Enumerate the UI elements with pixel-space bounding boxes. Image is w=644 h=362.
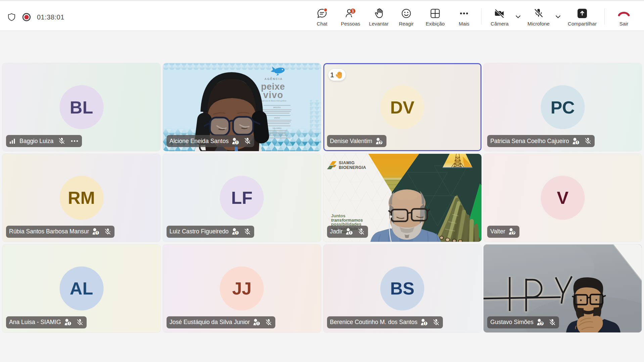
svg-text:!: ! [68, 322, 70, 326]
svg-text:!: ! [350, 231, 352, 235]
svg-text:MISSÃO: MISSÃO [273, 106, 281, 108]
svg-text:!: ! [577, 140, 578, 144]
svg-text:BIOENERGIA: BIOENERGIA [339, 165, 366, 170]
svg-text:1: 1 [352, 9, 354, 13]
svg-text:?: ? [512, 231, 514, 235]
svg-text:!: ! [97, 231, 98, 235]
svg-text:!: ! [236, 231, 237, 235]
svg-text:VALORES: VALORES [272, 127, 281, 129]
svg-text:vivo: vivo [263, 90, 283, 100]
svg-text:?: ? [379, 140, 381, 145]
svg-text:VISÃO: VISÃO [274, 117, 280, 119]
svg-text:!: ! [258, 322, 259, 326]
svg-text:!: ! [236, 140, 237, 144]
svg-text:!: ! [425, 322, 426, 326]
svg-text:Agência de Bacia Hidrográfica: Agência de Bacia Hidrográfica [261, 100, 286, 102]
svg-text:SIAMIG: SIAMIG [339, 161, 355, 165]
svg-text:?: ? [540, 321, 543, 326]
svg-text:AGÊNCIA: AGÊNCIA [264, 77, 283, 81]
